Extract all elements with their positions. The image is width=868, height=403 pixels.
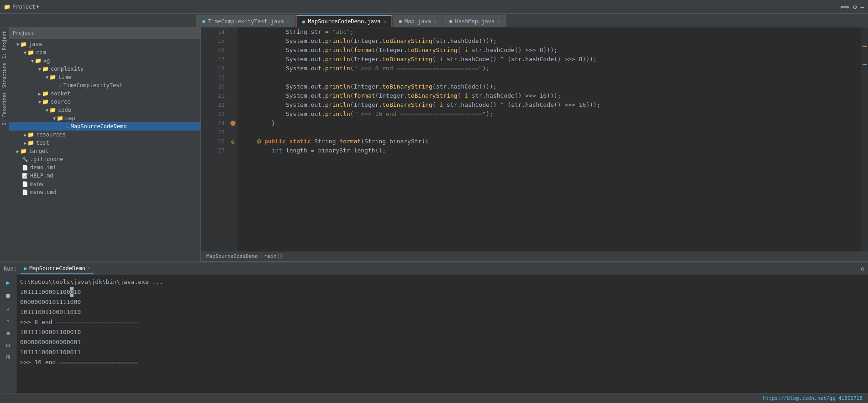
bottom-settings-icon[interactable]: ⚙ [861,266,864,272]
tree-item-mvnw[interactable]: 📄 mvnw [9,180,200,188]
code-editor[interactable]: String str = "abc"; System.out.println(I… [237,27,862,251]
code-18-b: (" [350,64,358,73]
code-26-static: static [289,137,311,146]
project-tree[interactable]: ▼ 📁 java ▼ 📁 com ▼ 📁 xg ▼ � [9,39,200,258]
project-scrollbar[interactable] [9,258,200,262]
tree-item-resources[interactable]: ▶ 📁 resources [9,131,200,139]
scroll-marker-2 [863,64,867,65]
folder-icon-target: 📁 [20,148,27,154]
code-23-str: >>> 16 end ======================= [357,110,482,119]
tab-label-hashmap: HashMap.java [455,18,495,25]
scroll-down-icon[interactable]: ↓ [4,303,11,314]
gutter-24: ⬤ [230,119,236,128]
output-5: 10111100001100010 [20,327,81,337]
run-output-line-7: 10111100001100011 [20,347,864,357]
tree-item-gitignore[interactable]: 🔧 .gitignore [9,155,200,163]
code-14-text: String str = [243,27,332,37]
folder-icon-source: 📁 [42,99,49,105]
tree-item-helpmd[interactable]: 📝 HELP.md [9,172,200,180]
tree-arrow-time: ▼ [46,75,48,80]
clear-icon[interactable]: 🗑 [4,352,13,362]
breadcrumb-sep: › [260,253,263,259]
bottom-tab-label: MapSourceCodeDemo [29,265,85,272]
minimize-icon[interactable]: — [861,3,864,10]
output-8: >>> 16 end ====================== [20,357,138,367]
tree-item-mapfolder[interactable]: ▼ 📁 map [9,114,200,122]
tab-label-timecomplexity: TimeComplexityTest.java [208,18,284,25]
scroll-up-icon[interactable]: ↑ [4,315,11,326]
settings-icon[interactable]: ⚙ [853,3,857,10]
tab-close-timecomplexity[interactable]: ✕ [287,19,289,24]
tree-item-mvnwcmd[interactable]: 📄 mvnw.cmd [9,188,200,196]
stop-button[interactable]: ■ [4,290,11,301]
top-bar: 📁 Project ▼ ⟺ ⚙ — [0,0,868,14]
run-output-line-5: 10111100001100010 [20,327,864,337]
tree-item-code[interactable]: ▼ 📁 code [9,106,200,114]
tab-close-mapsource[interactable]: ✕ [383,19,386,24]
sidebar-structure-label[interactable]: Structure [1,61,8,89]
tree-item-xg[interactable]: ▼ 📁 xg [9,57,200,65]
code-26-spaces [243,137,257,146]
tree-item-complexity[interactable]: ▼ 📁 complexity [9,65,200,73]
tab-mapsource[interactable]: ● MapSourceCodeDemo.java ✕ [296,15,392,27]
code-line-15: System.out.println(Integer.toBinaryStrin… [243,37,856,46]
tab-close-map[interactable]: ✕ [434,19,437,24]
code-26-public: public [264,137,286,146]
tree-item-demoitml[interactable]: 📄 demo.iml [9,163,200,172]
code-23-c: "); [482,110,493,119]
code-21-fn3: toBinaryString [407,91,458,100]
top-bar-dropdown-arrow[interactable]: ▼ [37,4,39,9]
output-1: 10111100001100 [20,287,70,297]
code-line-23: System.out.println(" >>> 16 end ========… [243,110,856,119]
split-icon[interactable]: ⟺ [840,3,849,10]
code-line-14: String str = "abc"; [243,27,856,37]
code-16-fn: println [325,46,350,55]
tree-label-com: com [36,49,46,56]
bottom-tab-mapsource[interactable]: ▶ MapSourceCodeDemo ✕ [21,263,94,274]
tree-arrow-java: ▼ [16,42,19,47]
tree-item-target[interactable]: ▶ 📁 target [9,147,200,155]
wrap-icon[interactable]: ≡ [5,328,11,338]
tree-item-test[interactable]: ▶ 📁 test [9,139,200,147]
right-scrollbar[interactable] [862,27,868,251]
tab-icon-hashmap: ● [449,18,452,24]
run-button[interactable]: ▶ [4,277,11,288]
tab-timecomplexity[interactable]: ● TimeComplexityTest.java ✕ [196,15,295,27]
code-15-fn2: toBinaryString [382,37,432,46]
code-line-16: System.out.println(format(Integer.toBina… [243,46,856,55]
tab-close-hashmap[interactable]: ✕ [497,19,500,24]
code-20-b: (Integer. [350,82,382,91]
code-line-22: System.out.println(Integer.toBinaryStrin… [243,100,856,110]
tree-item-time[interactable]: ▼ 📁 time [9,73,200,81]
tree-label-source: source [51,99,70,105]
code-21-i: i [464,91,468,100]
status-url[interactable]: https://blog.csdn.net/qq_41806718 [763,395,863,401]
tab-hashmap[interactable]: ● HashMap.java ✕ [443,15,506,27]
tree-item-source[interactable]: ▼ 📁 source [9,98,200,106]
code-27-spaces [243,146,272,155]
code-20-c: (str.hashCode())); [432,82,497,91]
tree-item-mapsourcedemo[interactable]: ☕ MapSourceCodeDemo [9,122,200,131]
tree-arrow-test: ▶ [24,141,26,146]
tree-label-code: code [58,107,71,113]
sidebar-project-label[interactable]: 1: Project [1,29,8,60]
tree-label-timecomplexitytest: TimeComplexityTest [63,82,123,89]
sidebar-favorites-label[interactable]: 2: Favorites [1,90,8,127]
linenum-17: 17 [201,55,228,64]
filter-icon[interactable]: ⊟ [5,340,11,350]
tree-item-socket[interactable]: ▶ 📁 socket [9,89,200,98]
bottom-tab-close[interactable]: ✕ [87,266,90,271]
editor-area: 14 15 16 17 18 19 20 21 22 23 24 25 26 2… [201,27,868,262]
gutter-markers: ⬤ @ [228,27,237,251]
run-output-command: C:\KuGou\tools\java\jdk\bin\java.exe ... [20,277,864,287]
output-4: >>> 8 end ======================= [20,317,138,327]
status-bar: https://blog.csdn.net/qq_41806718 [0,393,868,403]
tree-item-java[interactable]: ▼ 📁 java [9,40,200,48]
linenum-20: 20 [201,82,228,91]
folder-icon-java: 📁 [20,41,27,47]
tab-map[interactable]: ● Map.java ✕ [393,15,442,27]
tree-label-mapsourcedemo: MapSourceCodeDemo [71,123,127,130]
code-20-a: System.out. [243,82,325,91]
tree-item-timecomplexitytest[interactable]: ☕ TimeComplexityTest [9,81,200,89]
tree-item-com[interactable]: ▼ 📁 com [9,48,200,57]
